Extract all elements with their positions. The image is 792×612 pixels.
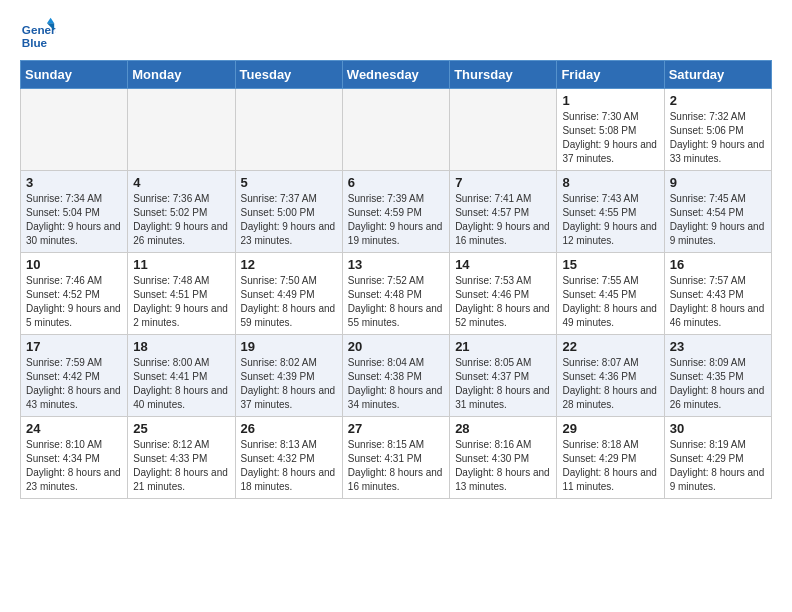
day-info: Sunrise: 7:55 AM Sunset: 4:45 PM Dayligh… — [562, 274, 658, 330]
day-number: 18 — [133, 339, 229, 354]
day-cell — [21, 89, 128, 171]
day-number: 16 — [670, 257, 766, 272]
day-info: Sunrise: 7:37 AM Sunset: 5:00 PM Dayligh… — [241, 192, 337, 248]
day-info: Sunrise: 8:12 AM Sunset: 4:33 PM Dayligh… — [133, 438, 229, 494]
logo-icon: General Blue — [20, 16, 56, 52]
day-cell: 13Sunrise: 7:52 AM Sunset: 4:48 PM Dayli… — [342, 253, 449, 335]
day-cell: 23Sunrise: 8:09 AM Sunset: 4:35 PM Dayli… — [664, 335, 771, 417]
day-number: 21 — [455, 339, 551, 354]
svg-marker-2 — [47, 18, 54, 23]
day-info: Sunrise: 8:00 AM Sunset: 4:41 PM Dayligh… — [133, 356, 229, 412]
day-info: Sunrise: 8:02 AM Sunset: 4:39 PM Dayligh… — [241, 356, 337, 412]
day-cell: 4Sunrise: 7:36 AM Sunset: 5:02 PM Daylig… — [128, 171, 235, 253]
week-row-4: 17Sunrise: 7:59 AM Sunset: 4:42 PM Dayli… — [21, 335, 772, 417]
day-cell: 27Sunrise: 8:15 AM Sunset: 4:31 PM Dayli… — [342, 417, 449, 499]
day-cell: 15Sunrise: 7:55 AM Sunset: 4:45 PM Dayli… — [557, 253, 664, 335]
day-cell: 21Sunrise: 8:05 AM Sunset: 4:37 PM Dayli… — [450, 335, 557, 417]
day-cell: 16Sunrise: 7:57 AM Sunset: 4:43 PM Dayli… — [664, 253, 771, 335]
day-info: Sunrise: 7:59 AM Sunset: 4:42 PM Dayligh… — [26, 356, 122, 412]
day-cell: 12Sunrise: 7:50 AM Sunset: 4:49 PM Dayli… — [235, 253, 342, 335]
day-cell: 17Sunrise: 7:59 AM Sunset: 4:42 PM Dayli… — [21, 335, 128, 417]
day-info: Sunrise: 7:39 AM Sunset: 4:59 PM Dayligh… — [348, 192, 444, 248]
col-header-saturday: Saturday — [664, 61, 771, 89]
day-cell: 29Sunrise: 8:18 AM Sunset: 4:29 PM Dayli… — [557, 417, 664, 499]
header: General Blue — [20, 16, 772, 52]
day-info: Sunrise: 8:05 AM Sunset: 4:37 PM Dayligh… — [455, 356, 551, 412]
day-cell: 8Sunrise: 7:43 AM Sunset: 4:55 PM Daylig… — [557, 171, 664, 253]
day-cell: 11Sunrise: 7:48 AM Sunset: 4:51 PM Dayli… — [128, 253, 235, 335]
day-info: Sunrise: 7:36 AM Sunset: 5:02 PM Dayligh… — [133, 192, 229, 248]
day-info: Sunrise: 7:52 AM Sunset: 4:48 PM Dayligh… — [348, 274, 444, 330]
day-info: Sunrise: 7:43 AM Sunset: 4:55 PM Dayligh… — [562, 192, 658, 248]
day-info: Sunrise: 7:48 AM Sunset: 4:51 PM Dayligh… — [133, 274, 229, 330]
day-cell: 3Sunrise: 7:34 AM Sunset: 5:04 PM Daylig… — [21, 171, 128, 253]
day-number: 7 — [455, 175, 551, 190]
day-number: 14 — [455, 257, 551, 272]
col-header-tuesday: Tuesday — [235, 61, 342, 89]
day-cell: 25Sunrise: 8:12 AM Sunset: 4:33 PM Dayli… — [128, 417, 235, 499]
day-info: Sunrise: 8:13 AM Sunset: 4:32 PM Dayligh… — [241, 438, 337, 494]
day-cell: 20Sunrise: 8:04 AM Sunset: 4:38 PM Dayli… — [342, 335, 449, 417]
day-number: 1 — [562, 93, 658, 108]
day-number: 29 — [562, 421, 658, 436]
day-info: Sunrise: 7:32 AM Sunset: 5:06 PM Dayligh… — [670, 110, 766, 166]
day-number: 4 — [133, 175, 229, 190]
week-row-1: 1Sunrise: 7:30 AM Sunset: 5:08 PM Daylig… — [21, 89, 772, 171]
day-number: 13 — [348, 257, 444, 272]
calendar-table: SundayMondayTuesdayWednesdayThursdayFrid… — [20, 60, 772, 499]
page-container: General Blue SundayMondayTuesdayWednesda… — [0, 0, 792, 515]
day-info: Sunrise: 8:07 AM Sunset: 4:36 PM Dayligh… — [562, 356, 658, 412]
day-cell: 22Sunrise: 8:07 AM Sunset: 4:36 PM Dayli… — [557, 335, 664, 417]
header-row: SundayMondayTuesdayWednesdayThursdayFrid… — [21, 61, 772, 89]
day-cell: 6Sunrise: 7:39 AM Sunset: 4:59 PM Daylig… — [342, 171, 449, 253]
day-cell: 14Sunrise: 7:53 AM Sunset: 4:46 PM Dayli… — [450, 253, 557, 335]
day-info: Sunrise: 7:57 AM Sunset: 4:43 PM Dayligh… — [670, 274, 766, 330]
day-number: 28 — [455, 421, 551, 436]
day-number: 26 — [241, 421, 337, 436]
day-cell: 1Sunrise: 7:30 AM Sunset: 5:08 PM Daylig… — [557, 89, 664, 171]
day-number: 2 — [670, 93, 766, 108]
day-info: Sunrise: 8:09 AM Sunset: 4:35 PM Dayligh… — [670, 356, 766, 412]
day-info: Sunrise: 7:30 AM Sunset: 5:08 PM Dayligh… — [562, 110, 658, 166]
day-cell: 7Sunrise: 7:41 AM Sunset: 4:57 PM Daylig… — [450, 171, 557, 253]
day-cell: 26Sunrise: 8:13 AM Sunset: 4:32 PM Dayli… — [235, 417, 342, 499]
week-row-3: 10Sunrise: 7:46 AM Sunset: 4:52 PM Dayli… — [21, 253, 772, 335]
day-info: Sunrise: 7:53 AM Sunset: 4:46 PM Dayligh… — [455, 274, 551, 330]
day-number: 8 — [562, 175, 658, 190]
calendar-body: 1Sunrise: 7:30 AM Sunset: 5:08 PM Daylig… — [21, 89, 772, 499]
day-number: 15 — [562, 257, 658, 272]
day-cell: 10Sunrise: 7:46 AM Sunset: 4:52 PM Dayli… — [21, 253, 128, 335]
day-number: 24 — [26, 421, 122, 436]
day-number: 27 — [348, 421, 444, 436]
day-cell: 9Sunrise: 7:45 AM Sunset: 4:54 PM Daylig… — [664, 171, 771, 253]
day-number: 19 — [241, 339, 337, 354]
day-info: Sunrise: 7:41 AM Sunset: 4:57 PM Dayligh… — [455, 192, 551, 248]
col-header-monday: Monday — [128, 61, 235, 89]
col-header-sunday: Sunday — [21, 61, 128, 89]
col-header-wednesday: Wednesday — [342, 61, 449, 89]
day-number: 5 — [241, 175, 337, 190]
day-info: Sunrise: 8:16 AM Sunset: 4:30 PM Dayligh… — [455, 438, 551, 494]
week-row-5: 24Sunrise: 8:10 AM Sunset: 4:34 PM Dayli… — [21, 417, 772, 499]
svg-text:Blue: Blue — [22, 36, 48, 49]
col-header-friday: Friday — [557, 61, 664, 89]
calendar-header: SundayMondayTuesdayWednesdayThursdayFrid… — [21, 61, 772, 89]
day-number: 22 — [562, 339, 658, 354]
day-cell — [342, 89, 449, 171]
day-number: 11 — [133, 257, 229, 272]
day-info: Sunrise: 7:50 AM Sunset: 4:49 PM Dayligh… — [241, 274, 337, 330]
day-cell — [235, 89, 342, 171]
day-number: 9 — [670, 175, 766, 190]
day-info: Sunrise: 7:46 AM Sunset: 4:52 PM Dayligh… — [26, 274, 122, 330]
day-info: Sunrise: 8:15 AM Sunset: 4:31 PM Dayligh… — [348, 438, 444, 494]
day-number: 17 — [26, 339, 122, 354]
day-number: 30 — [670, 421, 766, 436]
day-info: Sunrise: 8:10 AM Sunset: 4:34 PM Dayligh… — [26, 438, 122, 494]
day-number: 10 — [26, 257, 122, 272]
day-info: Sunrise: 7:45 AM Sunset: 4:54 PM Dayligh… — [670, 192, 766, 248]
day-cell: 5Sunrise: 7:37 AM Sunset: 5:00 PM Daylig… — [235, 171, 342, 253]
day-info: Sunrise: 7:34 AM Sunset: 5:04 PM Dayligh… — [26, 192, 122, 248]
day-number: 12 — [241, 257, 337, 272]
day-number: 25 — [133, 421, 229, 436]
day-cell — [450, 89, 557, 171]
